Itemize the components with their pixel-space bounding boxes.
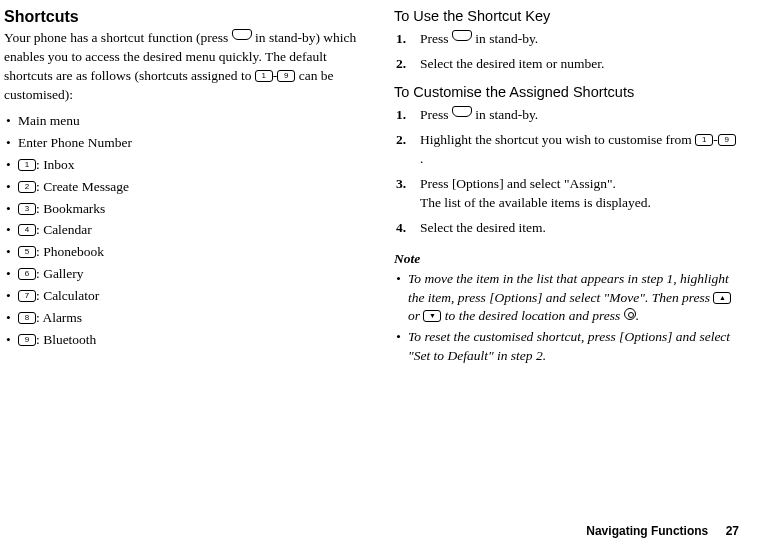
item-label: : Bluetooth: [36, 332, 96, 347]
key-1-icon: 1: [255, 70, 273, 82]
ok-button-icon: [624, 308, 636, 320]
shortcut-key-icon: [452, 30, 472, 41]
footer-title: Navigating Functions: [586, 524, 708, 538]
list-item: 1: Inbox: [6, 156, 364, 175]
shortcuts-heading: Shortcuts: [4, 6, 364, 28]
footer-page-number: 27: [726, 524, 739, 538]
note-list: To move the item in the list that appear…: [394, 270, 739, 366]
step-item: 1. Press in stand-by.: [396, 30, 739, 49]
step-text: in stand-by.: [472, 31, 538, 46]
key-6-icon: 6: [18, 268, 36, 280]
use-shortcut-steps: 1. Press in stand-by. 2. Select the desi…: [394, 30, 739, 74]
step-item: 1. Press in stand-by.: [396, 106, 739, 125]
item-label: : Phonebook: [36, 244, 104, 259]
key-1-icon: 1: [18, 159, 36, 171]
note-item: To move the item in the list that appear…: [396, 270, 739, 327]
step-text: Select the desired item.: [420, 220, 546, 235]
note-text: or: [408, 308, 423, 323]
item-label: : Calendar: [36, 222, 92, 237]
key-5-icon: 5: [18, 246, 36, 258]
key-8-icon: 8: [18, 312, 36, 324]
item-label: : Inbox: [36, 157, 75, 172]
use-shortcut-heading: To Use the Shortcut Key: [394, 6, 739, 26]
key-4-icon: 4: [18, 224, 36, 236]
list-item: 7: Calculator: [6, 287, 364, 306]
note-text: .: [636, 308, 639, 323]
step-text: .: [420, 151, 423, 166]
step-text: Press: [420, 107, 452, 122]
list-item: 9: Bluetooth: [6, 331, 364, 350]
step-item: 3. Press [Options] and select "Assign". …: [396, 175, 739, 213]
step-number: 1.: [396, 106, 406, 125]
step-item: 2. Select the desired item or number.: [396, 55, 739, 74]
key-9-icon: 9: [277, 70, 295, 82]
step-text: The list of the available items is displ…: [420, 195, 651, 210]
item-label: : Bookmarks: [36, 201, 105, 216]
key-1-icon: 1: [695, 134, 713, 146]
shortcut-key-icon: [452, 106, 472, 117]
list-item: Main menu: [6, 112, 364, 131]
customise-steps: 1. Press in stand-by. 2. Highlight the s…: [394, 106, 739, 237]
step-number: 2.: [396, 131, 406, 150]
step-text: Press [Options] and select "Assign".: [420, 176, 616, 191]
item-label: Main menu: [18, 113, 80, 128]
key-9-icon: 9: [18, 334, 36, 346]
step-number: 1.: [396, 30, 406, 49]
item-label: Enter Phone Number: [18, 135, 132, 150]
step-text: in stand-by.: [472, 107, 538, 122]
key-7-icon: 7: [18, 290, 36, 302]
note-item: To reset the customised shortcut, press …: [396, 328, 739, 366]
note-text: To move the item in the list that appear…: [408, 271, 729, 305]
shortcut-key-icon: [232, 29, 252, 40]
list-item: 3: Bookmarks: [6, 200, 364, 219]
key-2-icon: 2: [18, 181, 36, 193]
key-9-icon: 9: [718, 134, 736, 146]
step-number: 4.: [396, 219, 406, 238]
down-arrow-icon: [423, 310, 441, 322]
list-item: 4: Calendar: [6, 221, 364, 240]
item-label: : Calculator: [36, 288, 99, 303]
up-arrow-icon: [713, 292, 731, 304]
page-footer: Navigating Functions 27: [586, 523, 739, 540]
note-text: To reset the customised shortcut, press …: [408, 329, 730, 363]
note-text: to the desired location and press: [441, 308, 623, 323]
list-item: Enter Phone Number: [6, 134, 364, 153]
list-item: 2: Create Message: [6, 178, 364, 197]
step-number: 3.: [396, 175, 406, 194]
right-column: To Use the Shortcut Key 1. Press in stan…: [394, 6, 739, 368]
step-text: Press: [420, 31, 452, 46]
document-page: Shortcuts Your phone has a shortcut func…: [0, 0, 767, 368]
shortcuts-list: Main menu Enter Phone Number 1: Inbox 2:…: [4, 112, 364, 350]
step-item: 4. Select the desired item.: [396, 219, 739, 238]
shortcuts-intro: Your phone has a shortcut function (pres…: [4, 29, 364, 105]
step-number: 2.: [396, 55, 406, 74]
item-label: : Gallery: [36, 266, 84, 281]
list-item: 8: Alarms: [6, 309, 364, 328]
item-label: : Alarms: [36, 310, 82, 325]
item-label: : Create Message: [36, 179, 129, 194]
customise-heading: To Customise the Assigned Shortcuts: [394, 82, 739, 102]
left-column: Shortcuts Your phone has a shortcut func…: [4, 6, 364, 368]
intro-text-1: Your phone has a shortcut function (pres…: [4, 30, 232, 45]
list-item: 6: Gallery: [6, 265, 364, 284]
step-text: Select the desired item or number.: [420, 56, 604, 71]
list-item: 5: Phonebook: [6, 243, 364, 262]
note-heading: Note: [394, 250, 739, 269]
key-3-icon: 3: [18, 203, 36, 215]
step-item: 2. Highlight the shortcut you wish to cu…: [396, 131, 739, 169]
step-text: Highlight the shortcut you wish to custo…: [420, 132, 695, 147]
